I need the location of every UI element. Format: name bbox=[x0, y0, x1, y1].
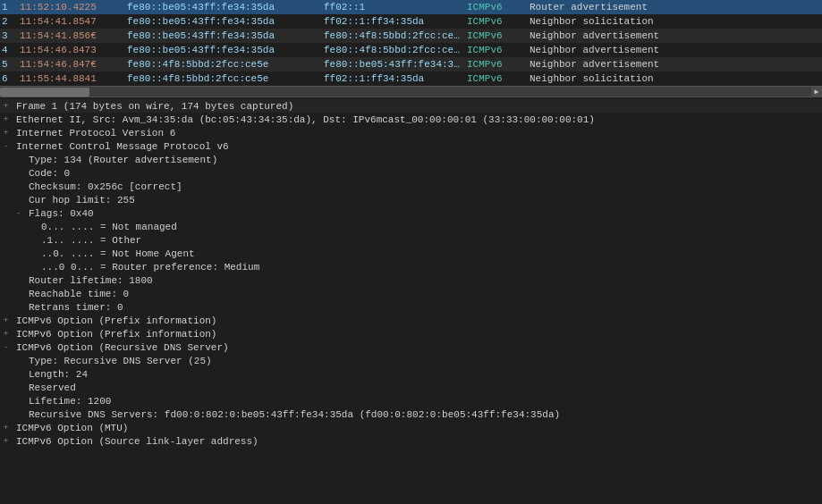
router-lifetime-row[interactable]: Router lifetime: 1800 bbox=[0, 273, 822, 287]
flag3-text: ..0. .... = Not Home Agent bbox=[41, 248, 195, 259]
packet-col-time: 11:54:41.856€ bbox=[20, 30, 127, 41]
detail-panel: Frame 1 (174 bytes on wire, 174 bytes ca… bbox=[0, 97, 822, 449]
icmpv6-code-row[interactable]: Code: 0 bbox=[0, 166, 822, 180]
packet-col-time: 11:52:10.4225 bbox=[20, 2, 127, 13]
packet-col-info: Neighbor solicitation bbox=[530, 73, 820, 84]
mtu-expand-icon bbox=[4, 424, 16, 433]
ethernet-text: Ethernet II, Src: Avm_34:35:da (bc:05:43… bbox=[16, 114, 595, 125]
packet-col-src: fe80::be05:43ff:fe34:35da bbox=[127, 2, 324, 13]
packet-col-dst: fe80::be05:43ff:fe34:35da bbox=[324, 59, 467, 70]
dns-length-row[interactable]: Length: 24 bbox=[0, 367, 822, 381]
option-prefix1-text: ICMPv6 Option (Prefix information) bbox=[16, 315, 216, 326]
option-dns-row[interactable]: ICMPv6 Option (Recursive DNS Server) bbox=[0, 340, 822, 354]
dns-reserved-text: Reserved bbox=[29, 382, 76, 393]
dns-reserved-row[interactable]: Reserved bbox=[0, 381, 822, 394]
option-mtu-text: ICMPv6 Option (MTU) bbox=[16, 423, 128, 433]
packet-col-src: fe80::be05:43ff:fe34:35da bbox=[127, 30, 324, 41]
icmpv6-code-text: Code: 0 bbox=[29, 168, 70, 179]
op2-expand-icon bbox=[4, 330, 16, 339]
packet-col-dst: fe80::4f8:5bbd:2fcc:ce5e bbox=[324, 45, 467, 55]
dns-servers-text: Recursive DNS Servers: fd00:0:802:0:be05… bbox=[29, 409, 560, 420]
expand-ipv6-icon bbox=[4, 129, 16, 138]
packet-col-dst: ff02::1:ff34:35da bbox=[324, 73, 467, 84]
packet-col-src: fe80::4f8:5bbd:2fcc:ce5e bbox=[127, 59, 324, 70]
packet-row[interactable]: 611:55:44.8841fe80::4f8:5bbd:2fcc:ce5eff… bbox=[0, 71, 822, 86]
packet-col-src: fe80::be05:43ff:fe34:35da bbox=[127, 45, 324, 55]
flags-row[interactable]: Flags: 0x40 bbox=[0, 206, 822, 220]
packet-col-proto: ICMPv6 bbox=[467, 45, 530, 55]
icmpv6-type-text: Type: 134 (Router advertisement) bbox=[29, 155, 217, 165]
packet-col-no: 6 bbox=[2, 73, 20, 84]
scroll-right-arrow[interactable]: ▶ bbox=[811, 87, 822, 97]
packet-col-src: fe80::be05:43ff:fe34:35da bbox=[127, 16, 324, 27]
packet-col-time: 11:54:46.8473 bbox=[20, 45, 127, 55]
packet-col-no: 2 bbox=[2, 16, 20, 27]
packet-col-proto: ICMPv6 bbox=[467, 16, 530, 27]
packet-col-proto: ICMPv6 bbox=[467, 73, 530, 84]
icmpv6-type-row[interactable]: Type: 134 (Router advertisement) bbox=[0, 153, 822, 166]
packet-col-info: Router advertisement bbox=[530, 2, 820, 13]
packet-col-info: Neighbor advertisement bbox=[530, 45, 820, 55]
option-src-ll-row[interactable]: ICMPv6 Option (Source link-layer address… bbox=[0, 434, 822, 448]
expand-icmpv6-icon bbox=[4, 142, 16, 151]
packet-list: 111:52:10.4225fe80::be05:43ff:fe34:35daf… bbox=[0, 0, 822, 87]
packet-row[interactable]: 511:54:46.847€fe80::4f8:5bbd:2fcc:ce5efe… bbox=[0, 57, 822, 71]
flag2-text: .1.. .... = Other bbox=[41, 235, 141, 246]
dns-expand-icon bbox=[4, 343, 16, 352]
dns-type-row[interactable]: Type: Recursive DNS Server (25) bbox=[0, 354, 822, 367]
packet-col-no: 4 bbox=[2, 45, 20, 55]
dns-length-text: Length: 24 bbox=[29, 369, 88, 380]
flag2-row[interactable]: .1.. .... = Other bbox=[0, 233, 822, 247]
reachable-time-row[interactable]: Reachable time: 0 bbox=[0, 287, 822, 300]
packet-row[interactable]: 311:54:41.856€fe80::be05:43ff:fe34:35daf… bbox=[0, 29, 822, 43]
option-prefix2-row[interactable]: ICMPv6 Option (Prefix information) bbox=[0, 327, 822, 340]
retrans-timer-row[interactable]: Retrans timer: 0 bbox=[0, 300, 822, 314]
ipv6-text: Internet Protocol Version 6 bbox=[16, 128, 175, 139]
packet-col-info: Neighbor advertisement bbox=[530, 30, 820, 41]
option-mtu-row[interactable]: ICMPv6 Option (MTU) bbox=[0, 421, 822, 434]
icmpv6-text: Internet Control Message Protocol v6 bbox=[16, 141, 229, 152]
packet-row[interactable]: 211:54:41.8547fe80::be05:43ff:fe34:35daf… bbox=[0, 14, 822, 29]
horizontal-scrollbar[interactable]: ▶ bbox=[0, 87, 822, 97]
retrans-timer-text: Retrans timer: 0 bbox=[29, 302, 123, 313]
flags-expand-icon bbox=[16, 209, 29, 218]
icmpv6-checksum-row[interactable]: Checksum: 0x256c [correct] bbox=[0, 180, 822, 193]
option-src-ll-text: ICMPv6 Option (Source link-layer address… bbox=[16, 436, 258, 447]
dns-type-text: Type: Recursive DNS Server (25) bbox=[29, 356, 212, 366]
flag3-row[interactable]: ..0. .... = Not Home Agent bbox=[0, 247, 822, 260]
packet-col-no: 3 bbox=[2, 30, 20, 41]
icmpv6-row[interactable]: Internet Control Message Protocol v6 bbox=[0, 139, 822, 153]
ethernet-row[interactable]: Ethernet II, Src: Avm_34:35:da (bc:05:43… bbox=[0, 113, 822, 126]
dns-servers-row[interactable]: Recursive DNS Servers: fd00:0:802:0:be05… bbox=[0, 407, 822, 421]
packet-row[interactable]: 411:54:46.8473fe80::be05:43ff:fe34:35daf… bbox=[0, 43, 822, 57]
packet-col-dst: ff02::1 bbox=[324, 2, 467, 13]
scrollbar-thumb[interactable] bbox=[0, 88, 89, 97]
packet-col-info: Neighbor advertisement bbox=[530, 59, 820, 70]
expand-ethernet-icon bbox=[4, 115, 16, 124]
packet-col-proto: ICMPv6 bbox=[467, 2, 530, 13]
packet-col-proto: ICMPv6 bbox=[467, 59, 530, 70]
packet-col-proto: ICMPv6 bbox=[467, 30, 530, 41]
ipv6-row[interactable]: Internet Protocol Version 6 bbox=[0, 126, 822, 139]
packet-col-time: 11:55:44.8841 bbox=[20, 73, 127, 84]
dns-lifetime-text: Lifetime: 1200 bbox=[29, 396, 111, 407]
option-prefix2-text: ICMPv6 Option (Prefix information) bbox=[16, 329, 216, 340]
flag4-text: ...0 0... = Router preference: Medium bbox=[41, 262, 259, 273]
frame-row[interactable]: Frame 1 (174 bytes on wire, 174 bytes ca… bbox=[0, 99, 822, 113]
option-dns-text: ICMPv6 Option (Recursive DNS Server) bbox=[16, 342, 229, 353]
op1-expand-icon bbox=[4, 316, 16, 325]
packet-col-dst: fe80::4f8:5bbd:2fcc:ce5e bbox=[324, 30, 467, 41]
frame-text: Frame 1 (174 bytes on wire, 174 bytes ca… bbox=[16, 101, 293, 112]
dns-lifetime-row[interactable]: Lifetime: 1200 bbox=[0, 394, 822, 407]
hop-limit-row[interactable]: Cur hop limit: 255 bbox=[0, 193, 822, 206]
packet-col-no: 5 bbox=[2, 59, 20, 70]
flags-text: Flags: 0x40 bbox=[29, 208, 94, 219]
packet-col-time: 11:54:41.8547 bbox=[20, 16, 127, 27]
packet-col-src: fe80::4f8:5bbd:2fcc:ce5e bbox=[127, 73, 324, 84]
flag4-row[interactable]: ...0 0... = Router preference: Medium bbox=[0, 260, 822, 273]
option-prefix1-row[interactable]: ICMPv6 Option (Prefix information) bbox=[0, 314, 822, 327]
flag1-row[interactable]: 0... .... = Not managed bbox=[0, 220, 822, 233]
packet-row[interactable]: 111:52:10.4225fe80::be05:43ff:fe34:35daf… bbox=[0, 0, 822, 14]
hop-limit-text: Cur hop limit: 255 bbox=[29, 195, 135, 206]
src-ll-expand-icon bbox=[4, 437, 16, 446]
